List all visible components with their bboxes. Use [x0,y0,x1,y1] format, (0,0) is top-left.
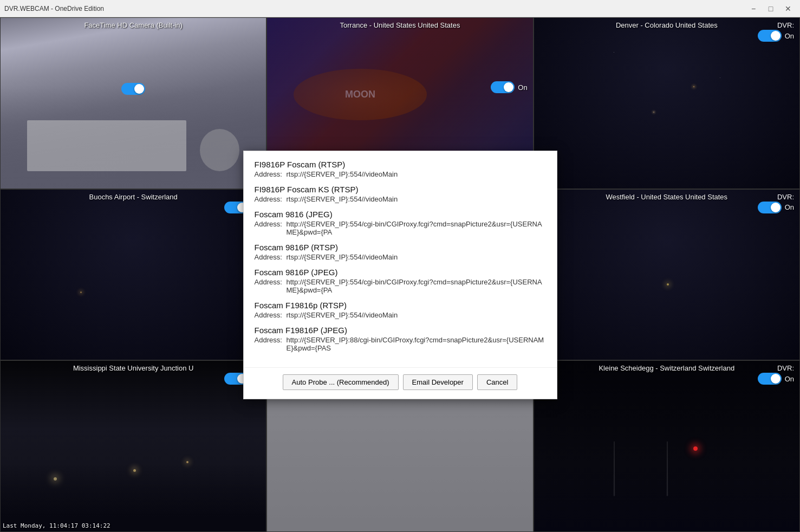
addr-label-1: Address: [255,170,284,178]
toggle-label-2: On [518,83,527,92]
camera-label-2: Torrance - United States United States [340,21,460,29]
camera-option-1[interactable]: FI9816P Foscam (RTSP) Address: rtsp://{S… [255,160,546,178]
camera-option-name-5: Foscam 9816P (JPEG) [255,268,546,277]
maximize-button[interactable]: □ [763,3,778,14]
camera-option-7[interactable]: Foscam F19816P (JPEG) Address: http://{S… [255,326,546,352]
camera-option-addr-6: Address: rtsp://{SERVER_IP}:554//videoMa… [255,311,546,319]
camera-label-7: Mississippi State University Junction U [73,364,194,372]
camera-select-modal: FI9816P Foscam (RTSP) Address: rtsp://{S… [243,151,557,399]
app-title: DVR.WEBCAM - OneDrive Edition [4,5,746,12]
dvr-label-6: DVR: [777,193,794,201]
camera-option-addr-2: Address: rtsp://{SERVER_IP}:554//videoMa… [255,195,546,203]
toggle-label-6: On [785,203,794,211]
camera-option-name-3: Foscam 9816 (JPEG) [255,210,546,219]
modal-body: FI9816P Foscam (RTSP) Address: rtsp://{S… [244,151,557,367]
addr-value-6: rtsp://{SERVER_IP}:554//videoMain [287,311,398,319]
camera-bg-6 [534,190,799,360]
camera-option-name-7: Foscam F19816P (JPEG) [255,326,546,335]
email-developer-button[interactable]: Email Developer [403,374,473,390]
toggle-label-3: On [785,32,794,40]
camera-option-name-4: Foscam 9816P (RTSP) [255,243,546,252]
addr-label-2: Address: [255,195,284,203]
camera-option-addr-3: Address: http://{SERVER_IP}:554/cgi-bin/… [255,220,546,236]
camera-option-2[interactable]: FI9816P Foscam KS (RTSP) Address: rtsp:/… [255,185,546,203]
camera-dots-3 [534,18,799,189]
toggle-9[interactable]: On [758,373,794,385]
camera-label-4: Buochs Airport - Switzerland [89,193,178,201]
camera-option-addr-7: Address: http://{SERVER_IP}:88/cgi-bin/C… [255,336,546,352]
camera-option-3[interactable]: Foscam 9816 (JPEG) Address: http://{SERV… [255,210,546,236]
cam-timestamp-7: Last Monday, 11:04:17 03:14:22 [3,522,110,529]
camera-cell-4: Buochs Airport - Switzerland DVR: On [0,189,266,361]
camera-label-1: FaceTime HD Camera (Built-in) [84,21,183,29]
dvr-label-9: DVR: [777,364,794,372]
addr-value-1: rtsp://{SERVER_IP}:554//videoMain [287,170,398,178]
addr-label-4: Address: [255,253,284,261]
camera-option-5[interactable]: Foscam 9816P (JPEG) Address: http://{SER… [255,268,546,294]
modal-footer: Auto Probe ... (Recommended) Email Devel… [244,367,557,399]
camera-label-6: Westfield - United States United States [606,193,727,201]
camera-option-addr-1: Address: rtsp://{SERVER_IP}:554//videoMa… [255,170,546,178]
camera-dots-4 [1,190,266,360]
toggle-switch-2[interactable] [491,81,515,93]
camera-label-3: Denver - Colorado United States [616,21,718,29]
toggle-switch-9[interactable] [758,373,782,385]
camera-option-addr-5: Address: http://{SERVER_IP}:554/cgi-bin/… [255,278,546,294]
toggle-label-9: On [785,375,794,383]
camera-cell-7: Mississippi State University Junction U … [0,360,266,532]
camera-option-name-2: FI9816P Foscam KS (RTSP) [255,185,546,194]
close-button[interactable]: ✕ [781,3,796,14]
addr-value-7: http://{SERVER_IP}:88/cgi-bin/CGIProxy.f… [287,336,546,352]
dvr-label-3: DVR: [777,21,794,29]
toggle-6[interactable]: On [758,202,794,213]
camera-option-name-6: Foscam F19816p (RTSP) [255,301,546,310]
camera-cell-9: Kleine Scheidegg - Switzerland Switzerla… [534,360,800,532]
toggle-1[interactable] [121,83,145,95]
addr-label-6: Address: [255,311,284,319]
camera-cell-3: Denver - Colorado United States DVR: On [534,17,800,189]
window-controls: − □ ✕ [746,3,796,14]
auto-probe-button[interactable]: Auto Probe ... (Recommended) [283,374,399,390]
camera-cell-1: FaceTime HD Camera (Built-in) [0,17,266,189]
addr-label-7: Address: [255,336,284,352]
cancel-button[interactable]: Cancel [477,374,517,390]
toggle-3[interactable]: On [758,30,794,42]
camera-option-6[interactable]: Foscam F19816p (RTSP) Address: rtsp://{S… [255,301,546,319]
toggle-switch-6[interactable] [758,202,782,213]
minimize-button[interactable]: − [746,3,761,14]
addr-label-3: Address: [255,220,284,236]
titlebar: DVR.WEBCAM - OneDrive Edition − □ ✕ [0,0,800,17]
camera-label-9: Kleine Scheidegg - Switzerland Switzerla… [599,364,734,372]
camera-option-addr-4: Address: rtsp://{SERVER_IP}:554//videoMa… [255,253,546,261]
camera-option-4[interactable]: Foscam 9816P (RTSP) Address: rtsp://{SER… [255,243,546,261]
addr-value-3: http://{SERVER_IP}:554/cgi-bin/CGIProxy.… [287,220,546,236]
camera-option-name-1: FI9816P Foscam (RTSP) [255,160,546,169]
toggle-2[interactable]: On [491,81,527,93]
addr-value-5: http://{SERVER_IP}:554/cgi-bin/CGIProxy.… [287,278,546,294]
addr-label-5: Address: [255,278,284,294]
addr-value-4: rtsp://{SERVER_IP}:554//videoMain [287,253,398,261]
toggle-switch-3[interactable] [758,30,782,42]
camera-cell-6: Westfield - United States United States … [534,189,800,361]
addr-value-2: rtsp://{SERVER_IP}:554//videoMain [287,195,398,203]
toggle-switch-1[interactable] [121,83,145,95]
